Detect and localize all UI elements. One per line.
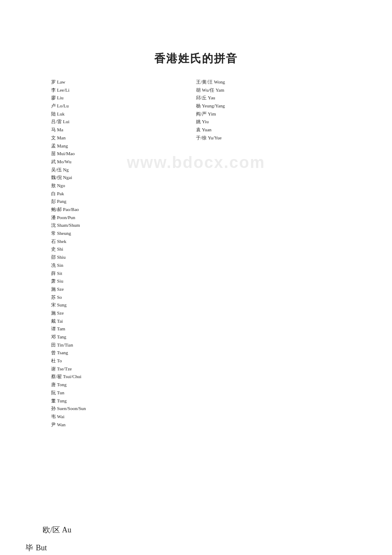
roman-name: So (57, 295, 62, 300)
chinese-char: 姚 (196, 119, 201, 124)
section-header: 欧/区 Au (26, 522, 366, 538)
roman-name: Poon/Pun (57, 215, 75, 220)
roman-name: Sheung (57, 231, 71, 236)
chinese-char: 邱/丘 (196, 95, 207, 100)
roman-name: Tung (57, 398, 67, 403)
list-item: 卢 Lo/Lu (51, 102, 196, 110)
chinese-char: 于/徐 (196, 135, 207, 140)
list-item: 李 Lee/Li (51, 86, 196, 94)
roman-name: Man (57, 135, 66, 140)
roman-name: Siu (57, 278, 63, 283)
list-item: 施 Sze (51, 309, 196, 317)
roman-name: Sze (57, 310, 64, 315)
page-title: 香港姓氏的拼音 (0, 0, 392, 74)
chinese-char: 韦 (51, 414, 56, 419)
roman-name: Suen/Soon/Sun (57, 406, 86, 411)
list-item: 武 Mo/Wu (51, 158, 196, 166)
roman-name: Ma (57, 127, 63, 132)
chinese-char: 潘 (51, 215, 56, 220)
list-item: 邓 Tang (51, 333, 196, 341)
roman-name: Ngai (63, 175, 72, 180)
chinese-char: 袁 (196, 127, 201, 132)
chinese-char: 冼 (51, 263, 56, 268)
roman-name: Tin/Tian (57, 342, 73, 347)
chinese-char: 宋 (51, 302, 56, 307)
chinese-char: 施 (51, 310, 56, 315)
roman-name: Law (57, 79, 66, 84)
list-item: 文 Man (51, 134, 196, 142)
list-item: 沈 Sham/Shum (51, 221, 196, 229)
roman-name: Tai (57, 318, 63, 324)
chinese-char: 苏 (51, 295, 56, 300)
chinese-char: 孙 (51, 406, 56, 411)
list-item: 姚 Yiu (196, 118, 341, 126)
chinese-char: 马 (51, 127, 56, 132)
roman-name: Tang (57, 334, 66, 339)
roman-name: Shek (57, 239, 66, 244)
chinese-char: 胡 Wu/任 (196, 87, 214, 92)
list-item: 冼 Sin (51, 261, 196, 269)
chinese-char: 唐 (51, 382, 56, 387)
chinese-char: 武 (51, 159, 56, 164)
list-item: 宋 Sung (51, 301, 196, 309)
list-item: 吕/雷 Lui (51, 118, 196, 126)
list-item: 孟 Mang (51, 142, 196, 150)
chinese-char: 吕/雷 (51, 119, 62, 124)
list-item: 常 Sheung (51, 229, 196, 237)
top-right-column: 王/黄/汪 Wong胡 Wu/任 Yam邱/丘 Yau杨 Yeung/Yang阎… (196, 78, 341, 428)
chinese-char: 孟 (51, 143, 56, 148)
chinese-char: 王/黄/汪 (196, 79, 213, 84)
chinese-char: 沈 (51, 223, 56, 228)
roman-name: Lui (63, 119, 69, 124)
chinese-char: 毕 (26, 540, 33, 555)
list-item: 戴 Tai (51, 317, 196, 325)
chinese-char: 苗 (51, 151, 56, 156)
list-item: 苗 Mui/Mao (51, 150, 196, 158)
roman-name: Ng (63, 167, 69, 172)
roman-name: Yu/Yue (208, 135, 222, 140)
list-item: 薛 Sit (51, 269, 196, 278)
list-item: 罗 Law (51, 78, 196, 86)
list-item: 田 Tin/Tian (51, 341, 196, 349)
roman-name: Tun (57, 390, 64, 395)
list-item: 唐 Tong (51, 381, 196, 389)
chinese-char: 魏/倪 (51, 175, 62, 180)
list-item: 王/黄/汪 Wong (196, 78, 341, 86)
chinese-char: 常 (51, 231, 56, 236)
list-item: 萧 Siu (51, 277, 196, 285)
roman-name: To (57, 358, 62, 363)
chinese-char: 邓 (51, 334, 56, 339)
roman-name: Yam (216, 87, 224, 92)
top-left-column: 罗 Law李 Lee/Li廖 Liu卢 Lo/Lu陆 Luk吕/雷 Lui马 M… (51, 78, 196, 428)
list-item: 邱/丘 Yau (196, 94, 341, 102)
list-item: 彭 Pang (51, 197, 196, 205)
chinese-char: 阎/严 (196, 111, 207, 116)
chinese-char: 石 (51, 239, 56, 244)
list-item: 魏/倪 Ngai (51, 173, 196, 182)
chinese-char: 敖 (51, 183, 56, 188)
list-item: 曾 Tsang (51, 349, 196, 357)
list-item: 谭 Tam (51, 325, 196, 333)
roman-name: Yim (208, 111, 216, 116)
list-item: 廖 Liu (51, 94, 196, 102)
list-item: 敖 Ngo (51, 182, 196, 190)
roman-name: Lee/Li (57, 87, 69, 92)
chinese-char: 鲍/郝 (51, 207, 62, 212)
roman-name: Sin (57, 263, 63, 268)
chinese-char: 陆 (51, 111, 56, 116)
roman-name: Wai (57, 414, 64, 419)
roman-name: Sham/Shum (57, 223, 80, 228)
roman-name: Wong (214, 79, 225, 84)
chinese-char: 萧 (51, 278, 56, 283)
list-item: 邵 Shiu (51, 253, 196, 261)
chinese-char: 曾 (51, 350, 56, 355)
chinese-char: 白 (51, 191, 56, 196)
roman-name: Sze (57, 286, 64, 292)
chinese-char: 谭 (51, 326, 56, 331)
list-item: 韦 Wai (51, 413, 196, 421)
roman-name: Pang (57, 199, 66, 204)
roman-name: Wan (57, 422, 66, 427)
chinese-char: 史 (51, 246, 56, 251)
chinese-char: 文 (51, 135, 56, 140)
roman-name: Mo/Wu (57, 159, 72, 164)
